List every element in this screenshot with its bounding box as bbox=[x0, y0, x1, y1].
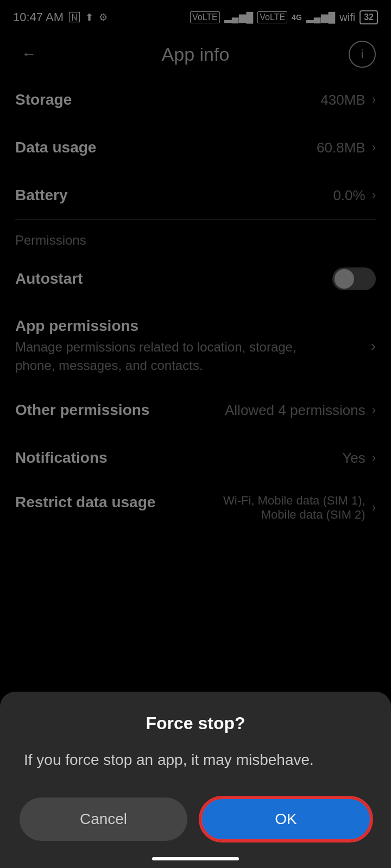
dialog-body: If you force stop an app, it may misbeha… bbox=[20, 749, 371, 771]
ok-button[interactable]: OK bbox=[200, 797, 371, 841]
cancel-button[interactable]: Cancel bbox=[20, 797, 187, 841]
dialog-title: Force stop? bbox=[20, 713, 371, 733]
home-indicator bbox=[152, 857, 239, 860]
dialog-buttons: Cancel OK bbox=[20, 797, 371, 841]
force-stop-dialog: Force stop? If you force stop an app, it… bbox=[0, 692, 391, 868]
